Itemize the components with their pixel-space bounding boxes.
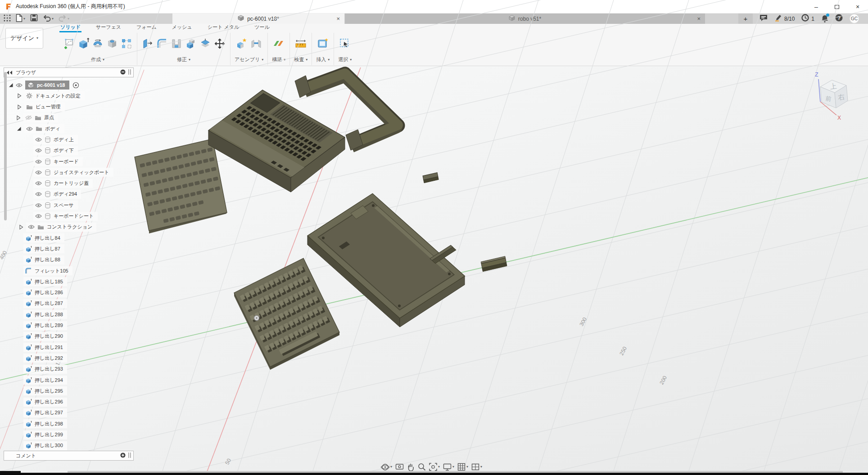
eye-hidden-icon[interactable] [25, 115, 32, 120]
add-comment-icon[interactable] [120, 453, 126, 459]
revolve-button[interactable] [91, 38, 104, 51]
select-button[interactable] [339, 38, 351, 51]
pan-button[interactable] [407, 463, 415, 471]
tab-close-icon[interactable]: × [697, 15, 701, 22]
tab-robo[interactable]: robo v51* × [345, 13, 705, 24]
tool-group-label[interactable]: 作成▾ [91, 56, 104, 63]
feature-row[interactable]: 押し出し300 [0, 441, 113, 450]
feature-row[interactable]: 押し出し299 [0, 430, 113, 439]
expander-collapsed-icon[interactable] [16, 115, 21, 121]
redo-button[interactable]: ▾ [59, 14, 69, 23]
tree-row-body[interactable]: スペーサ [0, 201, 113, 210]
tool-group-label[interactable]: 検査▾ [294, 56, 307, 63]
app-grid-button[interactable] [4, 14, 11, 23]
extension-pencil-icon[interactable] [774, 14, 782, 23]
tree-row-node[interactable]: ビュー管理 [0, 103, 113, 112]
browser-scrollbar[interactable] [4, 72, 7, 220]
construction-plane-button[interactable] [272, 38, 285, 51]
tree-row-construction[interactable]: コンストラクション [0, 223, 113, 232]
pattern-button[interactable] [120, 38, 133, 51]
tree-row-body[interactable]: キーボード [0, 157, 113, 166]
viewports-button[interactable]: ▾ [471, 463, 482, 471]
browser-panel-header[interactable]: ブラウザ [4, 67, 134, 77]
measure-button[interactable] [294, 38, 307, 51]
eye-icon[interactable] [35, 148, 42, 153]
activate-component-icon[interactable] [72, 82, 79, 89]
expander-collapsed-icon[interactable] [19, 224, 23, 230]
chevron-down-icon[interactable]: ▾ [452, 465, 454, 469]
expander-expanded-icon[interactable] [8, 82, 14, 88]
feature-row[interactable]: 押し出し87 [0, 244, 113, 253]
tree-row-body[interactable]: ジョイスティックポート [0, 168, 113, 177]
user-avatar[interactable]: GC [850, 14, 859, 23]
undo-button[interactable]: ▾ [43, 14, 54, 23]
file-menu-button[interactable]: ▾ [16, 14, 25, 24]
feature-row[interactable]: 押し出し289 [0, 321, 113, 330]
grid-display-button[interactable]: ▾ [457, 463, 468, 471]
feature-row[interactable]: フィレット105 [0, 266, 113, 275]
new-component-button[interactable] [235, 38, 248, 51]
fit-button[interactable]: ▾ [429, 463, 440, 471]
collapse-panel-icon[interactable] [7, 71, 13, 75]
chevron-down-icon[interactable]: ▾ [390, 465, 392, 469]
eye-icon[interactable] [26, 126, 33, 131]
chevron-down-icon[interactable]: ▾ [480, 465, 482, 469]
offset-face-button[interactable] [199, 38, 212, 51]
tree-row-body[interactable]: キーボードシート [0, 212, 113, 221]
eye-icon[interactable] [35, 181, 42, 186]
tree-row-body[interactable]: カートリッジ蓋 [0, 179, 113, 188]
display-settings-button[interactable]: ▾ [443, 463, 454, 471]
shell-button[interactable] [170, 38, 183, 51]
comment-bubble-icon[interactable] [760, 14, 768, 23]
eye-icon[interactable] [16, 83, 23, 88]
hole-button[interactable] [106, 38, 118, 51]
feature-row[interactable]: 押し出し293 [0, 365, 113, 374]
tree-row-node[interactable]: ボディ [0, 124, 113, 133]
tree-row-root[interactable]: pc-6001 v18 [0, 81, 113, 90]
look-at-button[interactable] [395, 463, 404, 471]
feature-row[interactable]: 押し出し290 [0, 332, 113, 341]
press-pull-button[interactable] [141, 38, 154, 51]
feature-row[interactable]: 押し出し297 [0, 408, 113, 417]
ribbon-tab-5[interactable]: シート メタル [207, 23, 240, 32]
notifications-bell-icon[interactable] [821, 15, 828, 22]
panel-grip-icon[interactable] [128, 453, 131, 459]
view-cube[interactable]: 上 前 右 Z X [791, 67, 859, 125]
orbit-button[interactable]: ▾ [381, 463, 392, 471]
zoom-tool-button[interactable] [418, 463, 426, 471]
help-icon[interactable]: ? [835, 14, 843, 23]
tool-group-label[interactable]: 挿入▾ [316, 56, 330, 63]
tool-group-label[interactable]: 修正▾ [177, 56, 190, 63]
ribbon-tab-3[interactable]: フォーム [136, 23, 158, 32]
close-button[interactable]: × [847, 0, 868, 13]
feature-row[interactable]: 押し出し292 [0, 354, 113, 363]
expander-collapsed-icon[interactable] [17, 104, 22, 110]
eye-icon[interactable] [35, 203, 42, 208]
fillet-button[interactable] [156, 38, 168, 51]
feature-row[interactable]: 押し出し295 [0, 386, 113, 395]
ribbon-tab-2[interactable]: サーフェス [95, 23, 122, 32]
save-button[interactable] [30, 14, 38, 23]
eye-icon[interactable] [35, 170, 42, 175]
tab-close-icon[interactable]: × [336, 15, 340, 22]
tab-pc-6001[interactable]: pc-6001 v18* × [172, 13, 344, 24]
tree-row-node[interactable]: ドキュメントの設定 [0, 91, 113, 100]
tool-group-label[interactable]: 選択▾ [338, 56, 352, 63]
comment-panel-header[interactable]: コメント [4, 451, 134, 461]
feature-row[interactable]: 押し出し298 [0, 419, 113, 428]
minimize-button[interactable]: – [806, 0, 827, 13]
minimize-panel-icon[interactable] [120, 69, 126, 76]
feature-row[interactable]: 押し出し294 [0, 376, 113, 385]
feature-row[interactable]: 押し出し286 [0, 288, 113, 297]
eye-icon[interactable] [35, 137, 42, 142]
feature-row[interactable]: 押し出し288 [0, 310, 113, 319]
maximize-button[interactable] [827, 0, 847, 13]
extrude-button[interactable] [77, 38, 90, 51]
create-sketch-button[interactable] [63, 38, 75, 51]
chevron-down-icon[interactable]: ▾ [466, 465, 468, 469]
feature-row[interactable]: 押し出し88 [0, 255, 113, 264]
feature-row[interactable]: 押し出し287 [0, 299, 113, 308]
tree-row-node[interactable]: 原点 [0, 113, 113, 122]
panel-grip-icon[interactable] [128, 69, 131, 76]
job-status-clock-icon[interactable] [801, 14, 809, 23]
